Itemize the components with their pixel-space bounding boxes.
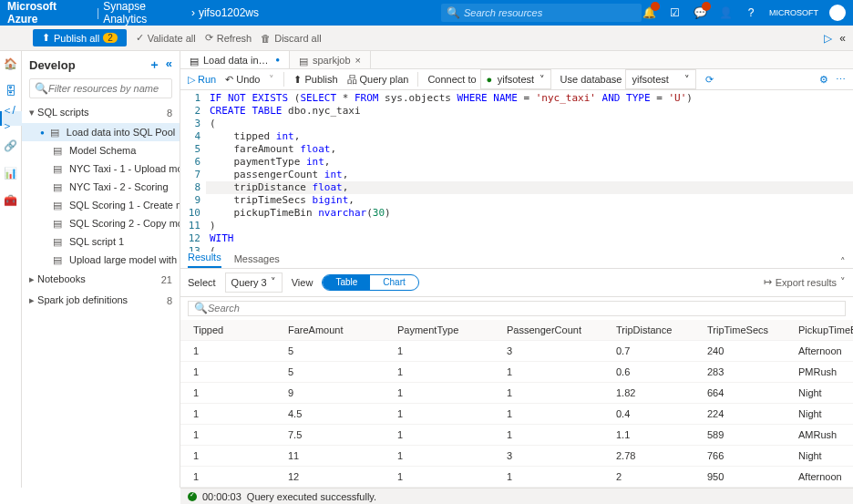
connect-to-dropdown[interactable]: ●yifsotest˅ <box>480 69 551 89</box>
table-row[interactable]: 111132.78766Night <box>180 446 853 467</box>
column-header[interactable]: Tipped <box>180 320 281 340</box>
close-icon[interactable]: × <box>355 55 361 66</box>
table-cell: 950 <box>700 467 791 487</box>
collapse-results-icon[interactable]: ˄ <box>840 256 846 268</box>
view-chart-toggle[interactable]: Chart <box>370 275 417 290</box>
publish-count-badge: 2 <box>103 33 118 43</box>
tree-item-sql-script[interactable]: ●▤Load data into SQL Pool <box>22 123 180 141</box>
refresh-db-button[interactable]: ⟳ <box>705 74 714 86</box>
notifications-icon[interactable]: 🔔 <box>642 5 656 20</box>
separator <box>283 72 284 87</box>
toolbar-chevron-down[interactable]: ˅ <box>269 74 274 86</box>
rail-monitor-icon[interactable]: 📊 <box>4 166 18 180</box>
run-button[interactable]: ▷Run <box>188 74 216 86</box>
collapse-right-icon[interactable]: « <box>839 32 846 45</box>
queryplan-label: Query plan <box>360 74 409 85</box>
rail-integrate-icon[interactable]: 🔗 <box>4 139 18 153</box>
query-plan-button[interactable]: 品Query plan <box>347 73 409 87</box>
table-cell: 240 <box>700 341 791 361</box>
column-header[interactable]: TripTimeSecs <box>700 320 791 340</box>
column-header[interactable]: PickupTimeBin <box>791 320 853 340</box>
table-row[interactable]: 15130.7240Afternoon <box>180 341 853 362</box>
results-search[interactable]: 🔍 <box>188 301 846 316</box>
chevron-down-icon: ▾ <box>29 107 35 118</box>
help-icon[interactable]: ? <box>744 5 758 20</box>
export-results-button[interactable]: ↦ Export results ˅ <box>764 276 846 288</box>
publish-button[interactable]: ⬆Publish <box>293 74 337 86</box>
database-dropdown[interactable]: yifsotest˅ <box>625 69 696 89</box>
tree-section-spark[interactable]: ▸ Spark job definitions 8 <box>22 290 180 311</box>
tree-item-sql-script[interactable]: ▤SQL script 1 <box>22 232 180 251</box>
code-editor[interactable]: IF NOT EXISTS (SELECT * FROM sys.objects… <box>206 90 853 252</box>
table-row[interactable]: 15110.6283PMRush <box>180 362 853 383</box>
sql-file-icon: ▤ <box>299 56 308 65</box>
database-value: yifsotest <box>632 74 668 85</box>
table-cell: 5 <box>281 341 390 361</box>
table-cell: 1 <box>180 383 281 403</box>
account-label[interactable]: MICROSOFT <box>769 8 818 17</box>
support-icon[interactable]: 👤 <box>718 5 733 20</box>
discard-all-button[interactable]: 🗑Discard all <box>261 33 321 44</box>
alerts-icon[interactable]: 💬 <box>693 5 707 20</box>
tree-section-notebooks[interactable]: ▸ Notebooks 21 <box>22 269 180 290</box>
rail-manage-icon[interactable]: 🧰 <box>4 193 18 208</box>
table-cell: 1 <box>180 446 281 466</box>
global-search-input[interactable] <box>464 7 636 18</box>
validate-all-button[interactable]: ✓Validate all <box>136 32 196 44</box>
refresh-button[interactable]: ⟳Refresh <box>205 32 252 44</box>
column-header[interactable]: PassengerCount <box>499 320 609 340</box>
table-row[interactable]: 112112950Afternoon <box>180 467 853 488</box>
chevron-down-icon: ˅ <box>540 74 545 86</box>
column-header[interactable]: TripDistance <box>609 320 700 340</box>
tree-item-sql-script[interactable]: ▤SQL Scoring 1 - Create model table <box>22 196 180 214</box>
tree-item-sql-script[interactable]: ▤Upload large model with COPY INTO <box>22 251 180 269</box>
rail-develop-icon[interactable]: ＜/＞ <box>0 111 22 126</box>
rail-home-icon[interactable]: 🏠 <box>4 57 18 71</box>
column-header[interactable]: PaymentType <box>390 320 499 340</box>
rail-data-icon[interactable]: 🗄 <box>4 84 18 98</box>
avatar[interactable] <box>829 5 846 21</box>
editor-tab[interactable]: ▤Load data into SQL P...● <box>180 51 290 68</box>
tree-item-sql-script[interactable]: ▤Model Schema <box>22 141 180 159</box>
tab-results[interactable]: Results <box>188 252 221 268</box>
chevron-down-icon: ˅ <box>271 276 276 288</box>
feedback-icon[interactable]: ☑ <box>667 5 682 20</box>
breadcrumb-workspace[interactable]: yifso1202ws <box>199 6 259 19</box>
tab-messages[interactable]: Messages <box>234 253 280 268</box>
breadcrumb-service[interactable]: Synapse Analytics <box>103 0 188 26</box>
table-row[interactable]: 19111.82664Night <box>180 383 853 404</box>
run-all-icon[interactable]: ▷ <box>824 32 832 45</box>
table-cell: 0.7 <box>609 341 700 361</box>
results-grid[interactable]: TippedFareAmountPaymentTypePassengerCoun… <box>180 320 853 488</box>
global-search[interactable]: 🔍 <box>441 4 642 22</box>
table-row[interactable]: 14.5110.4224Night <box>180 404 853 425</box>
tree-item-sql-script[interactable]: ▤NYC Taxi - 2 - Scoring <box>22 178 180 196</box>
results-search-input[interactable] <box>208 303 839 314</box>
table-row[interactable]: 17.5111.1589AMRush <box>180 425 853 446</box>
table-cell: 1 <box>499 425 609 445</box>
tree-item-sql-script[interactable]: ▤NYC Taxi - 1 - Upload model <box>22 159 180 178</box>
publish-label: Publish <box>304 74 337 85</box>
tree-item-sql-script[interactable]: ▤SQL Scoring 2 - Copy model into mo... <box>22 214 180 232</box>
table-cell: 4.5 <box>281 404 390 424</box>
table-cell: 1 <box>180 341 281 361</box>
dirty-dot-icon: ● <box>275 56 280 64</box>
tree-item-label: SQL script 1 <box>69 236 124 247</box>
view-table-toggle[interactable]: Table <box>323 275 370 290</box>
filter-resources[interactable]: 🔍 <box>29 78 172 98</box>
add-resource-button[interactable]: ＋ <box>149 57 160 73</box>
editor-tab[interactable]: ▤sparkjob× <box>290 51 371 68</box>
settings-icon[interactable]: ⚙ <box>819 74 828 86</box>
publish-all-label: Publish all <box>54 33 99 44</box>
filter-input[interactable] <box>48 83 167 94</box>
undo-button[interactable]: ↶Undo <box>225 74 260 86</box>
table-cell: Night <box>791 446 853 466</box>
query-select-dropdown[interactable]: Query 3˅ <box>225 273 283 293</box>
tree-section-sql[interactable]: ▾ SQL scripts 8 <box>22 102 180 123</box>
side-more-icon[interactable]: « <box>166 57 172 73</box>
column-header[interactable]: FareAmount <box>281 320 390 340</box>
table-cell: 1 <box>390 425 499 445</box>
publish-all-button[interactable]: ⬆ Publish all 2 <box>33 29 127 46</box>
more-icon[interactable]: ⋯ <box>836 74 846 86</box>
tree-item-label: NYC Taxi - 1 - Upload model <box>69 163 180 174</box>
